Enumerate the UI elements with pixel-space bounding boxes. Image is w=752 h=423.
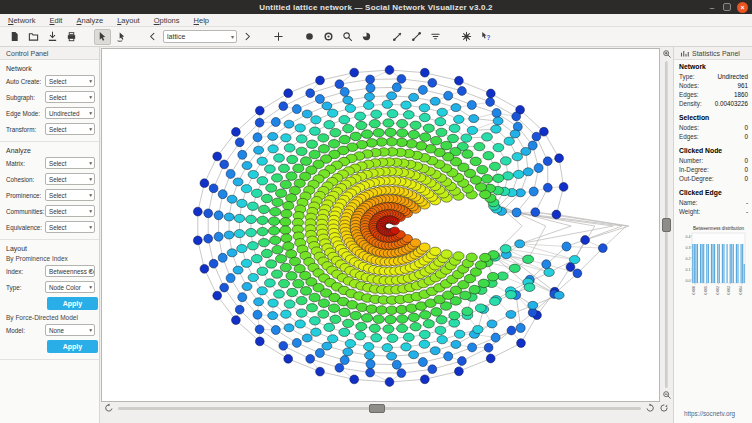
select-pointer-button[interactable]	[94, 29, 111, 45]
graph-canvas[interactable]	[101, 48, 660, 402]
section-layout: LayoutBy Prominence IndexIndex:Betweenne…	[0, 240, 99, 360]
network-select[interactable]: Undirected▾	[45, 107, 95, 119]
stats-row: Type:Undirected	[679, 72, 748, 81]
svg-text:0.002: 0.002	[716, 286, 720, 295]
print-network-button[interactable]	[63, 29, 80, 45]
force-label: Model:	[4, 327, 45, 334]
zoom-in-icon[interactable]	[662, 49, 672, 59]
prominence-label: Type:	[4, 284, 45, 291]
menu-help[interactable]: Help	[194, 16, 209, 25]
rotate-left-icon[interactable]	[104, 403, 114, 413]
stats-section-network: NetworkType:UndirectedNodes:961Edges:186…	[679, 63, 748, 108]
minimize-button[interactable]: –	[707, 2, 717, 12]
svg-text:0.3: 0.3	[686, 246, 691, 250]
prominence-select[interactable]: Node Color▾	[45, 281, 95, 293]
analyze-select[interactable]: Select▾	[45, 157, 95, 169]
zoom-out-icon[interactable]	[662, 390, 672, 400]
menu-bar: NetworkEditAnalyzeLayoutOptionsHelp	[0, 14, 752, 27]
bottom-strip	[100, 414, 673, 423]
prominence-label: Index:	[4, 268, 45, 275]
analyze-label: Matrix:	[4, 160, 45, 167]
add-edge-button[interactable]	[389, 29, 406, 45]
chart-title: Betweenness distribution	[693, 226, 745, 231]
edit-pointer-button[interactable]	[113, 29, 130, 45]
stats-section-clicked-edge: Clicked EdgeName:-Weight:-	[679, 189, 748, 216]
relation-combobox[interactable]: lattice▾	[163, 30, 237, 43]
stats-row: Nodes:961	[679, 81, 748, 90]
analyze-label: Equivalence:	[4, 224, 45, 231]
remove-edge-button[interactable]	[408, 29, 425, 45]
remove-node-button[interactable]	[320, 29, 337, 45]
stats-section-title: Network	[679, 63, 748, 70]
statistics-panel-title: Statistics Panel	[692, 50, 740, 57]
betweenness-chart: Betweenness distribution0.40.30.20.10.00…	[679, 224, 748, 314]
prominence-select[interactable]: Betweenness Cen▾	[45, 265, 95, 277]
window-title: Untitled lattice network — Social Networ…	[0, 3, 752, 12]
rotate-right-icon[interactable]	[645, 403, 655, 413]
force-select[interactable]: None▾	[45, 324, 95, 336]
stats-section-selection: SelectionNodes:0Edges:0	[679, 114, 748, 141]
network-select[interactable]: Select▾	[45, 75, 95, 87]
chevron-left-button[interactable]	[144, 29, 161, 45]
zoom-slider-vertical	[660, 47, 673, 402]
svg-text:0.0: 0.0	[686, 279, 691, 283]
menu-network[interactable]: Network	[8, 16, 36, 25]
analyze-select[interactable]: Select▾	[45, 205, 95, 217]
menu-analyze[interactable]: Analyze	[76, 16, 103, 25]
stats-row: Density:0.00403226	[679, 99, 748, 108]
analyze-select[interactable]: Select▾	[45, 189, 95, 201]
subtitle-prominence: By Prominence Index	[6, 255, 95, 262]
plus-button[interactable]	[270, 29, 287, 45]
network-label: Transform:	[4, 126, 45, 133]
zoom-slider-groove[interactable]	[665, 61, 668, 388]
menu-edit[interactable]: Edit	[50, 16, 63, 25]
toolbar: lattice▾?	[0, 27, 752, 47]
close-button[interactable]: ×	[737, 2, 748, 13]
rotation-slider-handle[interactable]	[369, 404, 385, 413]
save-network-button[interactable]	[44, 29, 61, 45]
svg-text:0.000: 0.000	[692, 286, 696, 295]
stats-row: Edges:0	[679, 132, 748, 141]
context-help-button[interactable]: ?	[477, 29, 494, 45]
menu-options[interactable]: Options	[154, 16, 180, 25]
stats-row: Nodes:0	[679, 123, 748, 132]
svg-text:0.4: 0.4	[686, 235, 691, 239]
subtitle-force: By Force-Directed Model	[6, 314, 95, 321]
statistics-icon	[680, 49, 689, 58]
add-node-button[interactable]	[301, 29, 318, 45]
reset-view-icon[interactable]	[659, 403, 669, 413]
chevron-right-button[interactable]	[239, 29, 256, 45]
maximize-button[interactable]	[723, 3, 731, 11]
network-select[interactable]: Select▾	[45, 91, 95, 103]
analyze-label: Prominence:	[4, 192, 45, 199]
analyze-select[interactable]: Select▾	[45, 221, 95, 233]
stats-row: In-Degree:0	[679, 165, 748, 174]
relation-combobox-value: lattice	[167, 33, 185, 40]
svg-text:0.004: 0.004	[739, 286, 743, 295]
find-node-button[interactable]	[339, 29, 356, 45]
analyze-label: Cohesion:	[4, 176, 45, 183]
section-title-network: Network	[6, 65, 95, 72]
node-properties-button[interactable]	[358, 29, 375, 45]
stats-section-title: Clicked Node	[679, 147, 748, 154]
apply-prominence-button[interactable]: Apply	[47, 297, 98, 310]
filter-edges-button[interactable]	[427, 29, 444, 45]
settings-button[interactable]	[458, 29, 475, 45]
statistics-panel: Statistics Panel NetworkType:UndirectedN…	[673, 47, 752, 423]
apply-force-button[interactable]: Apply	[47, 340, 98, 353]
zoom-slider-handle[interactable]	[662, 218, 671, 232]
stats-section-title: Clicked Edge	[679, 189, 748, 196]
rotation-slider-groove[interactable]	[118, 407, 641, 410]
analyze-select[interactable]: Select▾	[45, 173, 95, 185]
new-network-button[interactable]	[6, 29, 23, 45]
analyze-label: Communities:	[4, 208, 45, 215]
menu-layout[interactable]: Layout	[117, 16, 140, 25]
open-network-button[interactable]	[25, 29, 42, 45]
stats-section-title: Selection	[679, 114, 748, 121]
socnetv-link[interactable]: https://socnetv.org	[679, 408, 748, 420]
stats-section-clicked-node: Clicked NodeNumber:0In-Degree:0Out-Degre…	[679, 147, 748, 183]
section-network: NetworkAuto Create:Select▾Subgraph:Selec…	[0, 60, 99, 142]
chevron-down-icon: ▾	[231, 33, 234, 40]
control-panel-title: Control Panel	[0, 47, 99, 60]
network-select[interactable]: Select▾	[45, 123, 95, 135]
